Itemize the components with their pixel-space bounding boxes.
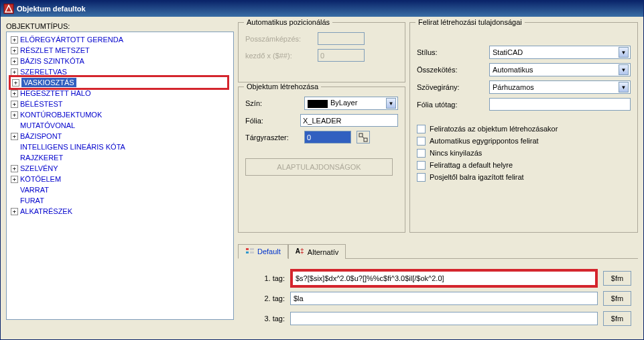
expand-icon[interactable]: + [11, 36, 18, 44]
tree-item-label: RAJZKERET [20, 154, 63, 162]
expand-icon[interactable]: + [11, 58, 18, 65]
tree-item[interactable]: +ALKATRÉSZEK [11, 206, 229, 217]
checkbox-label: Posjeltől balra igazított felirat [430, 173, 524, 181]
tag-row-2: 2. tag: $fm [245, 291, 631, 306]
checkbox[interactable] [417, 149, 426, 158]
tree-item-label: INTELLIGENS LINEÁRIS KÓTA [20, 143, 125, 151]
tree-item-label: MUTATÓVONAL [20, 121, 75, 129]
tree-item[interactable]: RAJZKERET [11, 152, 229, 163]
tag1-fm-button[interactable]: $fm [603, 271, 631, 286]
tree-item[interactable]: MUTATÓVONAL [11, 120, 229, 131]
tag-row-1: 1. tag: $fm [245, 271, 631, 286]
tree-item[interactable]: +BÉLÉSTEST [11, 99, 229, 109]
expand-icon[interactable]: + [11, 176, 18, 183]
layer-input[interactable] [300, 114, 398, 127]
tree-item-label: BÁZISPONT [20, 132, 62, 140]
osnap-label: Tárgyraszter: [245, 133, 299, 141]
tree-item[interactable]: FURAT [11, 195, 229, 206]
chevron-down-icon: ▼ [619, 47, 629, 58]
tree-item[interactable]: +RÉSZLET METSZET [11, 45, 229, 56]
group-auto-position: Automatikus pozicionálás Posszámképzés: … [238, 22, 405, 82]
expand-icon[interactable]: + [11, 90, 18, 97]
color-select[interactable]: ByLayer ▼ [304, 97, 398, 110]
color-label: Szín: [245, 99, 299, 107]
style-select[interactable]: StatiCAD ▼ [489, 46, 631, 59]
checkbox-row: Posjeltől balra igazított felirat [417, 171, 631, 183]
tree-item[interactable]: +ELŐREGYÁRTOTT GERENDA [11, 34, 229, 45]
tab-default[interactable]: Default [238, 244, 288, 259]
expand-icon[interactable]: + [11, 111, 18, 119]
tag2-label: 2. tag: [245, 294, 285, 302]
text-direction-select[interactable]: Párhuzamos ▼ [489, 80, 631, 94]
tree-item[interactable]: INTELLIGENS LINEÁRIS KÓTA [11, 141, 229, 152]
osnap-input[interactable] [304, 131, 351, 144]
layer-label: Fólia: [245, 117, 295, 125]
group-legend: Felirat létrehozási tulajdonságai [415, 18, 525, 26]
group-legend: Automatikus pozicionálás [244, 18, 332, 26]
tree-item-label: HEGESZTETT HÁLÓ [20, 89, 91, 97]
tree-item[interactable]: +BÁZISPONT [11, 131, 229, 141]
tree-item-label: VARRAT [20, 186, 49, 194]
tag2-fm-button[interactable]: $fm [603, 291, 631, 306]
checkbox-row: Nincs kinyilazás [417, 147, 631, 159]
tag1-input[interactable] [290, 269, 598, 288]
chevron-down-icon: ▼ [386, 98, 396, 109]
osnap-picker-button[interactable] [357, 131, 370, 144]
tab-alternative[interactable]: A‡ Alternatív [288, 244, 346, 259]
properties-icon [245, 247, 255, 256]
tree-item[interactable]: +BÁZIS SZINTKÓTA [11, 56, 229, 66]
group-annotation-props: Felirat létrehozási tulajdonságai Stílus… [409, 22, 638, 233]
svg-line-3 [363, 137, 364, 138]
tree-item[interactable]: +KÖTŐELEM [11, 174, 229, 184]
checkbox[interactable] [417, 173, 426, 182]
checkbox-label: Felirattag a default helyre [430, 161, 513, 169]
group-object-create: Objektum létrehozása Szín: ByLayer ▼ Fól… [238, 87, 405, 233]
expand-icon[interactable]: + [11, 101, 18, 108]
object-type-tree[interactable]: +ELŐREGYÁRTOTT GERENDA+RÉSZLET METSZET+B… [6, 32, 234, 320]
pos-format-input [318, 32, 365, 45]
expand-icon[interactable]: + [11, 47, 18, 54]
app-icon [3, 3, 14, 14]
checkbox[interactable] [417, 161, 426, 170]
tag3-input[interactable] [290, 312, 598, 325]
tree-item[interactable]: +KONTÚROBJEKTUMOK [11, 109, 229, 120]
tree-item[interactable]: VARRAT [11, 184, 229, 195]
checkbox-label: Automatikus egygrippontos felirat [430, 137, 539, 145]
tree-item[interactable]: +VASKIOSZTÁS [9, 75, 229, 90]
checkbox-row: Felirattag a default helyre [417, 159, 631, 171]
connection-label: Összekötés: [417, 66, 484, 74]
tag3-label: 3. tag: [245, 315, 285, 323]
defaults-button[interactable]: ALAPTULAJDONSÁGOK [245, 158, 393, 176]
svg-rect-7 [250, 251, 254, 253]
checkbox-row: Feliratozás az objektum létrehozásakor [417, 123, 631, 135]
tag2-input[interactable] [290, 292, 598, 305]
connection-select[interactable]: Automatikus ▼ [489, 63, 631, 76]
checkbox[interactable] [417, 137, 426, 146]
text-icon: A‡ [296, 247, 305, 257]
checkbox[interactable] [417, 125, 426, 133]
tree-item-label: SZELVÉNY [20, 164, 58, 172]
tag-section: 1. tag: $fm 2. tag: $fm 3. tag: $fm [238, 262, 638, 333]
checkbox-label: Feliratozás az objektum létrehozásakor [430, 125, 558, 133]
expand-icon[interactable]: + [11, 133, 18, 140]
pos-format-label: Posszámképzés: [245, 35, 312, 43]
color-swatch [308, 100, 328, 108]
tree-item[interactable]: +SZELVÉNY [11, 163, 229, 174]
start-x-label: kezdő x ($##): [245, 52, 312, 60]
expand-icon[interactable]: + [11, 68, 18, 76]
svg-rect-6 [250, 248, 254, 250]
expand-icon[interactable]: + [11, 165, 18, 172]
expand-icon[interactable]: + [11, 208, 18, 215]
svg-rect-1 [359, 133, 363, 137]
expand-icon[interactable]: + [12, 79, 19, 87]
titlebar: Objektum defaultok [1, 1, 643, 17]
tree-item-label: ALKATRÉSZEK [20, 207, 72, 215]
checkbox-label: Nincs kinyilazás [430, 149, 482, 157]
chevron-down-icon: ▼ [619, 82, 629, 93]
tag-row-3: 3. tag: $fm [245, 311, 631, 326]
text-direction-label: Szövegirány: [417, 83, 484, 91]
tree-item-label: ELŐREGYÁRTOTT GERENDA [20, 36, 123, 44]
window-title: Objektum defaultok [17, 5, 86, 13]
tag3-fm-button[interactable]: $fm [603, 311, 631, 326]
layer-suffix-input[interactable] [489, 98, 631, 111]
